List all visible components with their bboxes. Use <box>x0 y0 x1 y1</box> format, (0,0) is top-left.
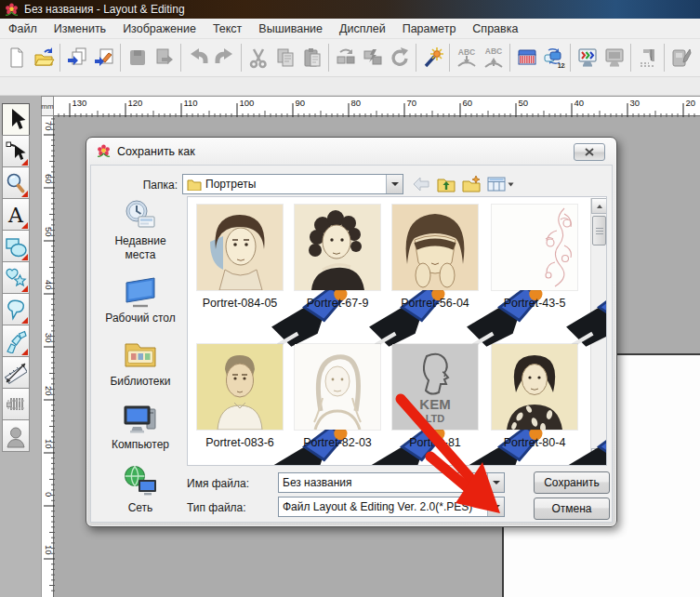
sidebar-item-computer[interactable]: Компьютер <box>112 401 169 452</box>
svg-text:10: 10 <box>44 439 54 449</box>
save-button[interactable]: Сохранить <box>534 471 610 494</box>
redo-icon <box>214 46 236 69</box>
filetype-combobox[interactable]: Файл Layout & Editing Ver. 2.0(*.PES) <box>278 497 505 517</box>
up-folder-button[interactable] <box>436 175 456 193</box>
toolbar-separator <box>509 44 510 72</box>
network-icon <box>122 464 159 499</box>
magic-wand-icon <box>422 46 444 69</box>
design-property-button[interactable] <box>574 45 601 72</box>
svg-text:120: 120 <box>128 98 143 108</box>
file-item[interactable]: Portret-56-04 <box>390 205 480 310</box>
folder-dropdown-button[interactable] <box>386 175 403 193</box>
tool-palette: A <box>2 104 32 452</box>
portrait-tool-button[interactable] <box>2 419 30 452</box>
export-button <box>151 45 178 72</box>
sidebar-item-label: Рабочий стол <box>105 312 175 325</box>
views-button[interactable] <box>486 175 515 193</box>
filename-combobox[interactable]: Без названия <box>278 472 505 493</box>
svg-text:ABC: ABC <box>457 47 474 57</box>
file-item[interactable]: KEMLTDPortret-81 <box>390 344 480 449</box>
menu-item[interactable]: Справка <box>464 22 526 35</box>
file-item[interactable]: Portret-82-03 <box>293 344 382 449</box>
save-as-dialog: Сохранить как Папка: Портреты Недавние м… <box>86 137 617 527</box>
thread-chart-icon <box>516 46 538 69</box>
menu-item[interactable]: Вышивание <box>250 22 331 35</box>
folder-icon <box>187 179 202 191</box>
screen-preview-icon <box>603 46 626 69</box>
open-folder-button[interactable] <box>30 45 57 72</box>
file-item[interactable]: Portret-43-5 <box>490 205 579 310</box>
places-sidebar: Недавние местаРабочий столБиблиотекиКомп… <box>99 197 182 527</box>
sidebar-item-recent-places[interactable]: Недавние места <box>101 197 179 262</box>
dialog-close-button[interactable] <box>574 143 605 161</box>
menu-item[interactable]: Дисплей <box>331 22 394 35</box>
cancel-button[interactable]: Отмена <box>534 498 610 520</box>
sidebar-item-network[interactable]: Сеть <box>122 464 159 515</box>
new-document-icon <box>6 46 28 69</box>
filename-dropdown-button[interactable] <box>487 473 504 492</box>
shapes-tool-button[interactable] <box>2 230 30 262</box>
sidebar-item-desktop[interactable]: Рабочий стол <box>105 274 175 325</box>
sidebar-item-label: Сеть <box>128 501 153 515</box>
design-property-icon <box>576 46 599 69</box>
text-arch-icon: ABC <box>482 46 505 69</box>
vertical-ruler: 70605040302010010 <box>41 116 54 597</box>
menu-item[interactable]: Текст <box>205 22 250 35</box>
write-card-icon <box>670 46 693 69</box>
folder-combobox[interactable]: Портреты <box>182 174 403 194</box>
toolbar-group: ABCABC <box>453 45 507 72</box>
desktop-icon <box>122 274 159 310</box>
file-item[interactable]: Portret-084-05 <box>195 205 284 310</box>
file-item[interactable]: Portret-083-6 <box>195 344 284 449</box>
send-design-icon <box>362 46 384 69</box>
toolbar-group <box>244 45 325 72</box>
text-tool-button[interactable]: A <box>2 198 30 231</box>
app-flower-icon <box>5 3 19 17</box>
dialog-titlebar[interactable]: Сохранить как <box>86 138 616 165</box>
stitch-attribute-tool-button[interactable] <box>2 388 30 420</box>
chevron-down-icon <box>391 182 399 186</box>
new-folder-icon <box>461 175 482 193</box>
menu-item[interactable]: Изображение <box>114 22 205 35</box>
toolbar: ABCABC123 <box>0 39 700 77</box>
menu-item[interactable]: Файл <box>0 22 46 35</box>
thread-chart-button[interactable] <box>513 45 540 72</box>
scrollbar-thumb[interactable] <box>592 216 606 245</box>
zoom-tool-button[interactable] <box>2 166 30 199</box>
measure-tool-button[interactable] <box>2 356 30 389</box>
new-document-button[interactable] <box>3 45 30 72</box>
sew-order-button[interactable]: 123 <box>540 45 567 72</box>
motif-shapes-tool-button[interactable] <box>2 261 30 294</box>
menu-item[interactable]: Изменить <box>46 22 114 35</box>
new-folder-button[interactable] <box>461 175 482 193</box>
toolbar-separator <box>241 44 242 72</box>
svg-text:110: 110 <box>184 98 198 108</box>
filetype-label: Тип файла: <box>187 501 246 514</box>
menu-item[interactable]: Параметр <box>394 22 465 35</box>
import-image-button[interactable] <box>90 45 117 72</box>
toolbar-separator <box>328 44 329 72</box>
file-item[interactable]: Portret-80-4 <box>490 344 579 449</box>
file-item[interactable]: Portret-67-9 <box>293 205 382 310</box>
stitch-simulator-button <box>634 45 661 72</box>
toolbar-separator <box>59 44 60 72</box>
select-tool-button[interactable] <box>2 103 30 136</box>
toolbar-separator <box>449 44 450 72</box>
scroll-up-button[interactable] <box>591 198 607 214</box>
stitch-simulator-icon <box>637 46 659 69</box>
thumbnail-woman-light <box>295 344 380 430</box>
sew-order-icon: 123 <box>543 46 565 69</box>
svg-text:90: 90 <box>296 98 306 108</box>
save-button <box>124 45 151 72</box>
point-edit-tool-button[interactable] <box>2 135 30 167</box>
magic-wand-button[interactable] <box>419 45 446 72</box>
toolbar-separator <box>570 44 571 72</box>
import-design-button[interactable] <box>63 45 90 72</box>
sidebar-item-libraries[interactable]: Библиотеки <box>110 338 170 389</box>
screen-preview-button <box>601 45 627 72</box>
freeform-tool-button[interactable] <box>2 293 30 325</box>
filetype-dropdown-button[interactable] <box>487 498 504 516</box>
window-title: Без названия - Layout & Editing <box>24 3 185 16</box>
thumbnail-woman-bob-blue <box>197 205 283 290</box>
fan-shape-tool-button[interactable] <box>2 325 30 357</box>
